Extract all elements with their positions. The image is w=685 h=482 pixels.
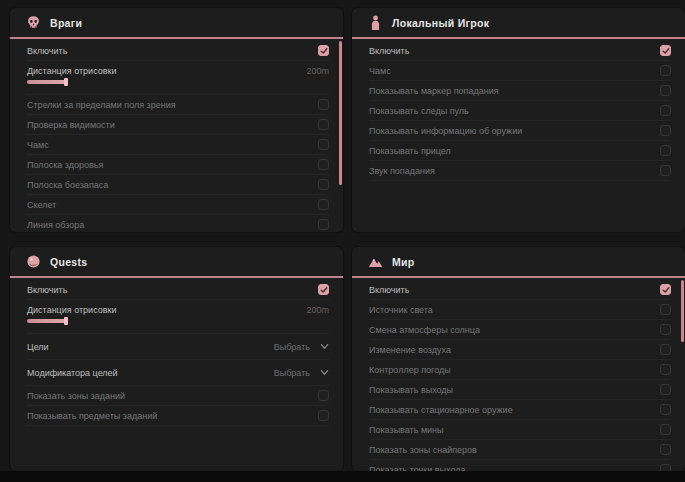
setting-row-toggle[interactable]: Полоска здоровья bbox=[27, 155, 329, 175]
panel-header-enemies: Враги bbox=[10, 8, 343, 39]
setting-label: Стрелки за пределами поля зрения bbox=[27, 100, 176, 110]
slider-track[interactable] bbox=[27, 319, 329, 323]
checkbox[interactable] bbox=[660, 324, 671, 335]
orb-icon bbox=[26, 254, 41, 269]
checkbox[interactable] bbox=[660, 125, 671, 136]
checkbox[interactable] bbox=[660, 404, 671, 415]
setting-row-toggle[interactable]: Стрелки за пределами поля зрения bbox=[27, 95, 329, 115]
slider-value: 200m bbox=[306, 305, 329, 315]
mountain-icon bbox=[368, 254, 383, 269]
setting-row-toggle[interactable]: Проверка видимости bbox=[27, 115, 329, 135]
setting-row-toggle[interactable]: Показывать маркер попадания bbox=[369, 81, 671, 101]
checkbox[interactable] bbox=[318, 159, 329, 170]
check-icon bbox=[316, 282, 331, 297]
checkbox[interactable] bbox=[318, 390, 329, 401]
setting-label: Показать зоны снайперов bbox=[369, 445, 477, 455]
slider-fill bbox=[27, 319, 66, 323]
checkbox[interactable] bbox=[318, 45, 329, 56]
checkbox[interactable] bbox=[660, 384, 671, 395]
checkbox[interactable] bbox=[660, 424, 671, 435]
select-control[interactable]: Выбрать bbox=[274, 342, 329, 352]
setting-row-toggle[interactable]: Показывать следы пуль bbox=[369, 101, 671, 121]
setting-row-toggle[interactable]: Изменение воздуха bbox=[369, 340, 671, 360]
setting-row-toggle[interactable]: Включить bbox=[27, 41, 329, 61]
panel-scrollbar[interactable] bbox=[681, 280, 684, 342]
checkbox[interactable] bbox=[660, 65, 671, 76]
setting-label: Включить bbox=[27, 46, 67, 56]
setting-label: Дистанция отрисовки bbox=[27, 66, 117, 76]
checkbox[interactable] bbox=[660, 304, 671, 315]
setting-row-toggle[interactable]: Показать зоны снайперов bbox=[369, 440, 671, 460]
panel-local-player: Локальный ИгрокВключитьЧамсПоказывать ма… bbox=[352, 8, 685, 232]
select-control[interactable]: Выбрать bbox=[274, 368, 329, 378]
setting-label: Чамс bbox=[27, 140, 49, 150]
setting-row-toggle[interactable]: Чамс bbox=[27, 135, 329, 155]
setting-row-toggle[interactable]: Показывать стационарное оружие bbox=[369, 400, 671, 420]
setting-row-toggle[interactable]: Линия обзора bbox=[27, 215, 329, 232]
checkbox[interactable] bbox=[318, 179, 329, 190]
checkbox[interactable] bbox=[660, 165, 671, 176]
checkbox[interactable] bbox=[660, 284, 671, 295]
select-value: Выбрать bbox=[274, 368, 310, 378]
setting-row-toggle[interactable]: Показывать выходы bbox=[369, 380, 671, 400]
setting-label: Модификатора целей bbox=[27, 368, 118, 378]
check-icon bbox=[316, 43, 331, 58]
setting-label: Включить bbox=[369, 46, 409, 56]
panel-scrollbar[interactable] bbox=[339, 41, 342, 185]
setting-row-toggle[interactable]: Скелет bbox=[27, 195, 329, 215]
checkbox[interactable] bbox=[660, 344, 671, 355]
setting-label: Смена атмосферы солнца bbox=[369, 325, 480, 335]
setting-row-toggle[interactable]: Показывать мины bbox=[369, 420, 671, 440]
setting-row-toggle[interactable]: Контроллер погоды bbox=[369, 360, 671, 380]
setting-row-slider: Дистанция отрисовки200m bbox=[27, 61, 329, 95]
setting-label: Включить bbox=[27, 285, 67, 295]
setting-label: Включить bbox=[369, 285, 409, 295]
setting-row-toggle[interactable]: Показать зоны заданий bbox=[27, 386, 329, 406]
setting-row-toggle[interactable]: Звук попадания bbox=[369, 161, 671, 181]
setting-row-select[interactable]: Модификатора целейВыбрать bbox=[27, 360, 329, 386]
slider-track[interactable] bbox=[27, 80, 329, 84]
checkbox[interactable] bbox=[318, 139, 329, 150]
checkbox[interactable] bbox=[660, 105, 671, 116]
checkbox[interactable] bbox=[318, 410, 329, 421]
checkbox[interactable] bbox=[660, 444, 671, 455]
checkbox[interactable] bbox=[660, 464, 671, 471]
panel-title: Враги bbox=[50, 17, 82, 29]
setting-row-select[interactable]: ЦелиВыбрать bbox=[27, 334, 329, 360]
setting-row-toggle[interactable]: Чамс bbox=[369, 61, 671, 81]
checkbox[interactable] bbox=[660, 85, 671, 96]
setting-row-slider: Дистанция отрисовки200m bbox=[27, 300, 329, 334]
slider-value: 200m bbox=[306, 66, 329, 76]
setting-row-toggle[interactable]: Показывать предметы заданий bbox=[27, 406, 329, 426]
checkbox[interactable] bbox=[660, 145, 671, 156]
checkbox[interactable] bbox=[318, 199, 329, 210]
setting-label: Полоска боезапаса bbox=[27, 180, 108, 190]
setting-label: Показывать следы пуль bbox=[369, 106, 469, 116]
chevron-down-icon bbox=[320, 368, 329, 377]
setting-row-toggle[interactable]: Включить bbox=[27, 280, 329, 300]
setting-row-toggle[interactable]: Смена атмосферы солнца bbox=[369, 320, 671, 340]
checkbox[interactable] bbox=[660, 45, 671, 56]
checkbox[interactable] bbox=[660, 364, 671, 375]
panel-header-quests: Quests bbox=[10, 247, 343, 278]
setting-label: Показать зоны заданий bbox=[27, 391, 125, 401]
setting-label: Линия обзора bbox=[27, 220, 84, 230]
checkbox[interactable] bbox=[318, 119, 329, 130]
setting-row-toggle[interactable]: Включить bbox=[369, 280, 671, 300]
panel-enemies: ВрагиВключитьДистанция отрисовки200mСтре… bbox=[10, 8, 343, 232]
setting-row-toggle[interactable]: Показывать прицел bbox=[369, 141, 671, 161]
setting-label: Дистанция отрисовки bbox=[27, 305, 117, 315]
checkbox[interactable] bbox=[318, 284, 329, 295]
setting-row-toggle[interactable]: Включить bbox=[369, 41, 671, 61]
setting-row-toggle[interactable]: Источник света bbox=[369, 300, 671, 320]
setting-label: Показывать прицел bbox=[369, 146, 451, 156]
setting-label: Показывать выходы bbox=[369, 385, 453, 395]
setting-row-toggle[interactable]: Показывать информацию об оружии bbox=[369, 121, 671, 141]
setting-row-toggle[interactable]: Полоска боезапаса bbox=[27, 175, 329, 195]
setting-row-toggle[interactable]: Показать точки выхода bbox=[369, 460, 671, 471]
checkbox[interactable] bbox=[318, 219, 329, 230]
panel-header-local-player: Локальный Игрок bbox=[352, 8, 685, 39]
slider-thumb[interactable] bbox=[64, 78, 68, 86]
checkbox[interactable] bbox=[318, 99, 329, 110]
slider-thumb[interactable] bbox=[64, 317, 68, 325]
